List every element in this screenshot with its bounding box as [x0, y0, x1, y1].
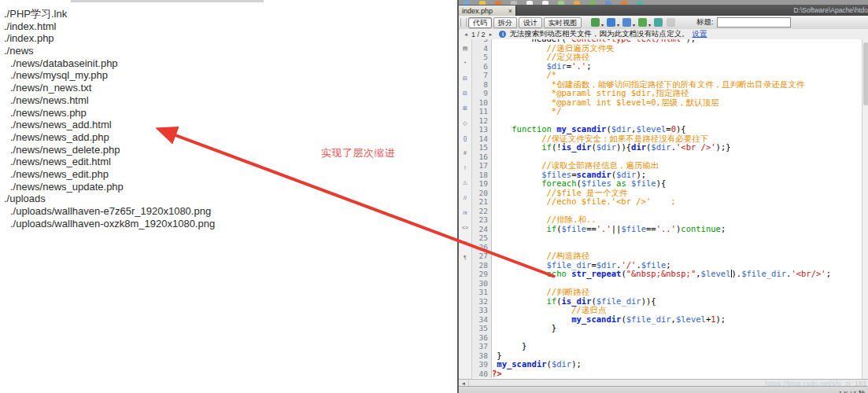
- line-number: 30: [472, 279, 491, 288]
- line-number: 32: [472, 297, 491, 307]
- line-number: 15: [472, 143, 491, 152]
- line-number: 22: [472, 207, 491, 216]
- apply-comment-icon[interactable]: //: [460, 193, 471, 204]
- code-content[interactable]: header('Content-type text/html'); //递归遍历…: [492, 39, 862, 378]
- file-list-item: ./news/databaseinit.php: [4, 57, 215, 70]
- view-button-实时视图[interactable]: 实时视图: [544, 17, 582, 28]
- recent-snippets-icon[interactable]: ≡: [460, 237, 471, 248]
- line-number: 36: [472, 333, 491, 343]
- line-number: 20: [472, 189, 491, 198]
- view-button-代码[interactable]: 代码: [468, 17, 492, 28]
- line-number: 13: [472, 125, 491, 134]
- toolbar-grip: [460, 18, 467, 27]
- syntax-error-alerts-icon[interactable]: ⚠: [460, 178, 471, 189]
- line-number: 31: [472, 288, 491, 297]
- tab-close-icon[interactable]: ×: [508, 7, 512, 15]
- line-number: 7: [472, 71, 491, 80]
- file-management-icon[interactable]: ▾: [591, 18, 600, 27]
- vertical-scrollbar-thumb[interactable]: [863, 42, 868, 105]
- window-file-path: D:\Software\Apache\htdo: [793, 6, 868, 14]
- line-number: 40: [472, 369, 491, 379]
- site-setup-link[interactable]: 设置: [692, 29, 707, 39]
- file-list-item: ./news/news_add.html: [4, 119, 215, 131]
- dropdown-arrow-icon: ▾: [648, 22, 651, 28]
- line-number: 12: [472, 116, 491, 126]
- balance-braces-icon[interactable]: {}: [460, 133, 471, 144]
- dropdown-arrow-icon: ▾: [617, 22, 619, 28]
- annotation-text: 实现了层次缩进: [321, 146, 396, 160]
- line-number: 29: [472, 270, 491, 279]
- line-number: 33: [472, 306, 491, 315]
- file-list-item: ./news/news_edit.html: [4, 156, 215, 168]
- line-number: 25: [472, 233, 491, 243]
- line-number: 6: [472, 62, 491, 72]
- refresh-icon[interactable]: [667, 18, 675, 27]
- browser-top-edge: [71, 0, 264, 2]
- line-number: 8: [472, 80, 491, 90]
- view-button-拆分[interactable]: 拆分: [493, 17, 517, 28]
- expand-all-icon[interactable]: ⊞: [460, 103, 471, 114]
- code-line[interactable]: [492, 233, 862, 243]
- code-line[interactable]: my_scandir($dir);: [492, 360, 862, 369]
- code-line[interactable]: }: [492, 342, 862, 351]
- highlight-invalid-code-icon[interactable]: !: [460, 163, 471, 174]
- dropdown-arrow-icon: ▾: [633, 22, 635, 28]
- line-number: 14: [472, 134, 491, 144]
- select-parent-tag-icon[interactable]: ◇: [460, 118, 471, 129]
- line-number: 9: [472, 89, 491, 98]
- file-list-item: ./index.php: [4, 32, 215, 45]
- inspect-mode-icon[interactable]: [654, 18, 663, 27]
- file-list-item: ./news/news_delete.php: [4, 144, 215, 156]
- previous-page-icon[interactable]: ◄: [462, 32, 470, 37]
- line-number: 10: [472, 98, 491, 108]
- wrap-tag-icon[interactable]: <>: [460, 222, 471, 233]
- file-list-item: ./uploads/wallhaven-oxzk8m_1920x1080.png: [4, 218, 215, 230]
- file-list-item: ./uploads/wallhaven-e7z65r_1920x1080.png: [4, 205, 215, 218]
- line-number: 21: [472, 197, 491, 207]
- format-source-code-icon[interactable]: ¶: [460, 252, 471, 263]
- line-number: 26: [472, 243, 491, 252]
- view-button-设计[interactable]: 设计: [519, 17, 542, 28]
- title-label: 标题:: [696, 17, 714, 28]
- document-toolbar: 代码拆分设计实时视图 ▾▾▾▾ 标题:: [459, 16, 868, 30]
- coding-toolbar: ▤*⊟⊟⊞◇{}#!⚠///x<>≡¶: [459, 39, 472, 379]
- file-list-item: ./news/news.html: [4, 94, 215, 107]
- file-list-item: ./news/news_add.php: [4, 131, 215, 144]
- tab-label: index.php: [462, 7, 506, 15]
- validate-markup-icon[interactable]: ▾: [622, 18, 631, 27]
- code-line[interactable]: ?>: [492, 369, 862, 379]
- code-line[interactable]: */: [492, 107, 862, 116]
- status-bar: 1 K / 1 秒: [459, 386, 868, 393]
- browser-output-pane: ./PHP学习.lnk./index.html./index.php./news…: [0, 0, 457, 393]
- vertical-scrollbar[interactable]: [862, 39, 868, 379]
- code-line[interactable]: if($file=='.'||$file=='..')continue;: [492, 225, 862, 234]
- tab-index-php[interactable]: index.php ×: [459, 6, 516, 16]
- line-number: 24: [472, 225, 491, 234]
- info-icon: i: [499, 31, 506, 38]
- file-list-item: ./news/news_update.php: [4, 181, 215, 193]
- editor-window: index.php × D:\Software\Apache\htdo 代码拆分…: [457, 0, 868, 393]
- document-tab-bar: index.php × D:\Software\Apache\htdo: [459, 5, 868, 16]
- code-line[interactable]: }: [492, 324, 862, 333]
- line-number: 28: [472, 261, 491, 270]
- line-numbers-icon[interactable]: #: [460, 148, 471, 159]
- show-code-navigator-icon[interactable]: *: [460, 58, 471, 69]
- collapse-full-tag-icon[interactable]: ⊟: [460, 73, 471, 84]
- title-input[interactable]: [717, 17, 791, 28]
- open-documents-icon[interactable]: ▤: [460, 43, 471, 54]
- live-view-options-icon[interactable]: ▾: [638, 18, 647, 27]
- collapse-selection-icon[interactable]: ⊟: [460, 88, 471, 99]
- next-page-icon[interactable]: ►: [486, 32, 494, 37]
- code-line[interactable]: [492, 333, 862, 343]
- info-message: 无法搜索到动态相关文件，因为此文档没有站点定义。: [509, 29, 689, 39]
- code-line[interactable]: if(!is_dir($dir)){dir($dir.'<br />');}: [492, 143, 862, 152]
- preview-in-browser-icon[interactable]: ▾: [607, 18, 615, 27]
- code-line[interactable]: echo str_repeat("&nbsp;&nbsp;",$level).$…: [492, 270, 862, 279]
- line-number: 27: [472, 252, 491, 261]
- line-number: 34: [472, 315, 491, 325]
- remove-comment-icon[interactable]: /x: [460, 208, 471, 219]
- line-number: 23: [472, 215, 491, 225]
- code-view[interactable]: ▤*⊟⊟⊞◇{}#!⚠///x<>≡¶ 34567891011121314151…: [459, 39, 868, 379]
- pager-count: 1 / 2: [471, 31, 486, 39]
- code-line[interactable]: //echo $file.'<br />' ;: [492, 197, 862, 207]
